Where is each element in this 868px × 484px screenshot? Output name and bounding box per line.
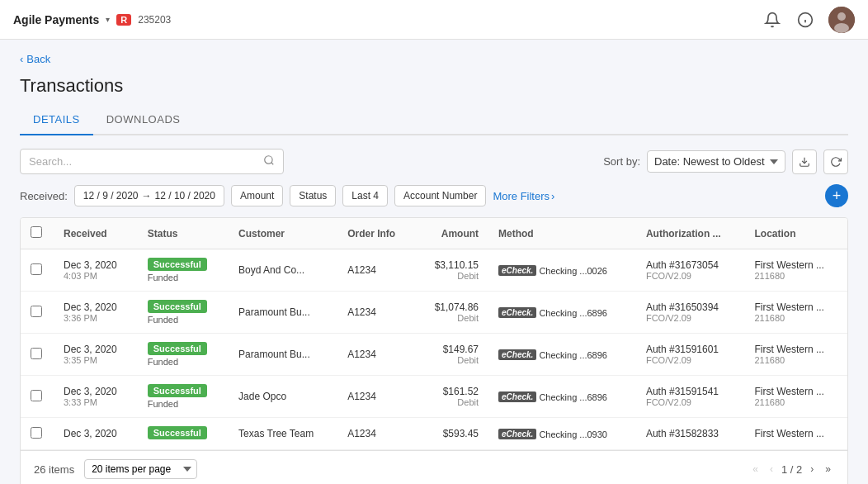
back-link[interactable]: ‹ Back xyxy=(20,53,848,65)
status-filter-label: Status xyxy=(299,190,327,202)
tab-downloads[interactable]: DOWNLOADS xyxy=(93,107,194,135)
add-transaction-btn[interactable]: + xyxy=(825,184,848,207)
page-content: ‹ Back Transactions DETAILS DOWNLOADS So… xyxy=(0,40,868,484)
echeck-icon: eCheck. xyxy=(498,429,536,439)
search-box xyxy=(20,149,284,174)
location-name: First Western ... xyxy=(754,301,837,313)
location-name: First Western ... xyxy=(754,386,837,397)
method-detail: Checking ...0930 xyxy=(539,429,607,439)
next-page-btn[interactable]: › xyxy=(807,462,817,477)
cell-method: eCheck. Checking ...6896 xyxy=(488,292,636,334)
location-num: 211680 xyxy=(754,397,837,407)
auth-sub: FCO/V2.09 xyxy=(646,313,735,323)
cell-status: Successful xyxy=(138,418,229,450)
received-time: 4:03 PM xyxy=(64,271,128,281)
sort-label: Sort by: xyxy=(603,155,640,168)
tabs-bar: DETAILS DOWNLOADS xyxy=(20,107,848,135)
col-auth: Authorization ... xyxy=(636,218,745,249)
cell-method: eCheck. Checking ...0026 xyxy=(488,249,636,292)
cell-received: Dec 3, 2020 4:03 PM xyxy=(54,249,138,292)
row-checkbox-cell xyxy=(21,292,54,334)
row-checkbox[interactable] xyxy=(31,306,42,317)
location-num: 211680 xyxy=(754,313,837,323)
cell-location: First Western ... 211680 xyxy=(744,292,847,334)
more-filters-label: More Filters xyxy=(493,190,550,202)
date-from: 12 / 9 / 2020 xyxy=(83,190,139,202)
cell-amount: $3,110.15 Debit xyxy=(415,249,488,292)
col-method: Method xyxy=(488,218,636,249)
last-page-btn[interactable]: » xyxy=(822,462,834,477)
cell-auth: Auth #31650394 FCO/V2.09 xyxy=(636,292,745,334)
more-filters-btn[interactable]: More Filters › xyxy=(493,190,554,202)
cell-customer: Paramount Bu... xyxy=(229,334,337,376)
table-row: Dec 3, 2020 4:03 PM Successful Funded Bo… xyxy=(21,249,847,292)
received-label: Received: xyxy=(20,190,68,202)
per-page-select[interactable]: 10 items per page 20 items per page 50 i… xyxy=(84,459,197,479)
search-icon[interactable] xyxy=(263,154,275,168)
row-checkbox[interactable] xyxy=(31,427,42,439)
transactions-table: Received Status Customer Order Info Amou… xyxy=(21,218,847,450)
notification-icon[interactable] xyxy=(762,10,782,30)
search-sort-row: Sort by: Date: Newest to Oldest Date: Ol… xyxy=(20,149,848,174)
filters-row: Received: 12 / 9 / 2020 → 12 / 10 / 2020… xyxy=(20,184,848,207)
status-sub: Funded xyxy=(148,399,219,409)
date-range-filter[interactable]: 12 / 9 / 2020 → 12 / 10 / 2020 xyxy=(74,185,224,206)
method-logo: eCheck. Checking ...6896 xyxy=(498,307,607,318)
account-number: 235203 xyxy=(138,14,171,26)
info-icon[interactable] xyxy=(795,10,815,30)
row-checkbox[interactable] xyxy=(31,348,42,359)
col-status: Status xyxy=(138,218,229,249)
method-detail: Checking ...0026 xyxy=(539,266,607,276)
amount-value: $161.52 xyxy=(425,386,479,397)
auth-number: Auth #31591601 xyxy=(646,344,735,355)
pagination: « ‹ 1 / 2 › » xyxy=(749,462,834,477)
amount-value: $593.45 xyxy=(425,428,479,439)
account-number-filter[interactable]: Account Number xyxy=(394,185,486,206)
received-date: Dec 3, 2020 xyxy=(64,386,128,397)
cell-amount: $1,074.86 Debit xyxy=(415,292,488,334)
auth-number: Auth #31673054 xyxy=(646,259,735,271)
first-page-btn[interactable]: « xyxy=(749,462,762,477)
last4-filter-label: Last 4 xyxy=(351,190,379,202)
status-badge: Successful xyxy=(148,258,207,271)
status-badge: Successful xyxy=(148,384,207,397)
table-row: Dec 3, 2020 3:35 PM Successful Funded Pa… xyxy=(21,334,847,376)
table-row: Dec 3, 2020 Successful Texas Tree Team A… xyxy=(21,418,847,450)
echeck-icon: eCheck. xyxy=(498,391,536,402)
table-row: Dec 3, 2020 3:33 PM Successful Funded Ja… xyxy=(21,376,847,418)
prev-page-btn[interactable]: ‹ xyxy=(767,462,776,477)
table-row: Dec 3, 2020 3:36 PM Successful Funded Pa… xyxy=(21,292,847,334)
method-logo: eCheck. Checking ...0026 xyxy=(498,265,607,276)
status-filter[interactable]: Status xyxy=(290,185,336,206)
select-all-checkbox[interactable] xyxy=(31,226,42,238)
method-logo: eCheck. Checking ...0930 xyxy=(498,429,607,439)
location-name: First Western ... xyxy=(754,344,837,355)
table-footer: 26 items 10 items per page 20 items per … xyxy=(21,450,847,484)
svg-point-4 xyxy=(837,12,846,21)
download-icon-btn[interactable] xyxy=(792,149,817,174)
col-order-info: Order Info xyxy=(337,218,415,249)
last4-filter[interactable]: Last 4 xyxy=(342,185,388,206)
avatar[interactable] xyxy=(828,7,855,33)
amount-filter[interactable]: Amount xyxy=(231,185,283,206)
tab-details[interactable]: DETAILS xyxy=(20,107,93,135)
amount-type: Debit xyxy=(425,355,479,365)
nav-left: Agile Payments ▾ R 235203 xyxy=(13,13,171,26)
sort-select[interactable]: Date: Newest to Oldest Date: Oldest to N… xyxy=(647,150,785,173)
cell-customer: Jade Opco xyxy=(229,376,337,418)
refresh-icon-btn[interactable] xyxy=(823,149,848,174)
status-badge: Successful xyxy=(148,426,207,439)
auth-number: Auth #31591541 xyxy=(646,386,735,397)
search-input[interactable] xyxy=(29,155,263,168)
method-detail: Checking ...6896 xyxy=(539,308,607,318)
received-date: Dec 3, 2020 xyxy=(64,428,128,439)
received-time: 3:33 PM xyxy=(64,397,128,407)
app-dropdown-icon[interactable]: ▾ xyxy=(106,15,110,24)
top-nav: Agile Payments ▾ R 235203 xyxy=(0,0,868,40)
cell-location: First Western ... 211680 xyxy=(744,376,847,418)
row-checkbox[interactable] xyxy=(31,263,42,275)
received-date: Dec 3, 2020 xyxy=(64,344,128,355)
page-title: Transactions xyxy=(20,75,848,97)
echeck-icon: eCheck. xyxy=(498,265,536,276)
row-checkbox[interactable] xyxy=(31,390,42,401)
